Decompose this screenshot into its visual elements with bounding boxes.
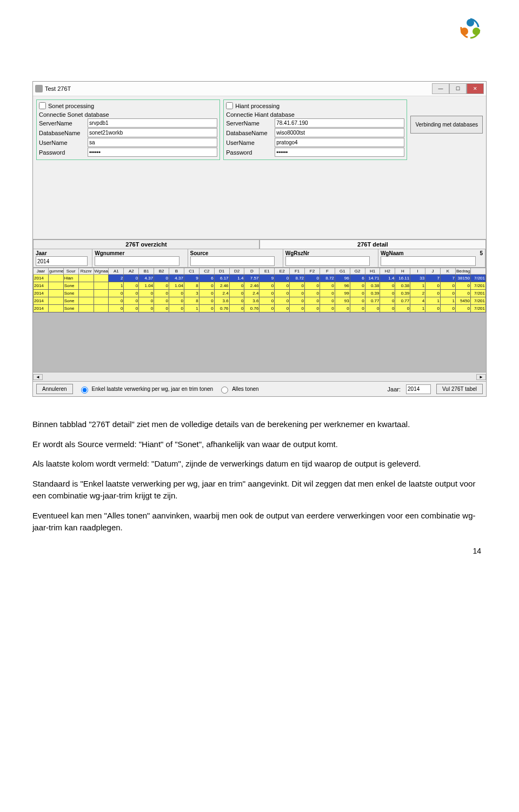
table-row[interactable]: 2014Sone101.0401.04802.4602.46000009600.…	[34, 282, 486, 290]
table-cell: 6.17	[214, 275, 229, 282]
table-cell: 6	[199, 275, 214, 282]
sonet-processing-checkbox[interactable]	[39, 102, 46, 109]
tab-overzicht[interactable]: 276T overzicht	[33, 239, 260, 249]
table-cell: 7.57	[244, 275, 260, 282]
filter-jaar-input[interactable]	[36, 256, 88, 266]
table-cell: 8.72	[320, 275, 335, 282]
explain-p3: Als laatste kolom wordt vermeld: "Datum"…	[32, 458, 487, 470]
footer-jaar-input[interactable]	[406, 384, 431, 394]
table-cell: 0	[320, 297, 335, 305]
scroll-left-arrow[interactable]: ◄	[33, 374, 43, 380]
grid-header-cell: F	[320, 268, 335, 275]
table-cell: 0	[305, 275, 320, 282]
explanation-text: Binnen tabblad "276T detail" ziet men de…	[32, 418, 487, 534]
table-cell: 7/201	[470, 282, 485, 290]
grid-header-cell: I	[410, 268, 425, 275]
enkel-radio[interactable]: Enkel laatste verwerking per wg, jaar en…	[78, 385, 214, 394]
sonet-user-label: UserName	[39, 139, 88, 146]
filter-count: 5	[480, 250, 483, 256]
table-cell: 9	[184, 275, 199, 282]
alles-radio[interactable]: Alles tonen	[218, 385, 258, 394]
sonet-server-input[interactable]	[88, 118, 217, 128]
table-cell: 1	[109, 282, 124, 290]
table-cell: 4.37	[169, 275, 184, 282]
explain-p4: Standaard is "Enkel laatste verwerking p…	[32, 478, 487, 502]
table-cell: 0	[305, 282, 320, 290]
filter-wgnummer-input[interactable]	[95, 256, 179, 266]
scroll-right-arrow[interactable]: ►	[476, 374, 486, 380]
table-cell: 33	[410, 275, 425, 282]
sonet-pass-input[interactable]	[88, 148, 217, 157]
table-cell: 0	[154, 290, 169, 297]
table-cell: 96	[335, 282, 350, 290]
table-cell: 2	[109, 275, 124, 282]
empty-area	[33, 163, 486, 239]
hiant-server-label: ServerName	[226, 120, 275, 127]
maximize-button[interactable]: ☐	[449, 83, 467, 94]
filter-source-input[interactable]	[190, 256, 275, 266]
horizontal-scrollbar[interactable]: ◄ ►	[33, 372, 486, 381]
table-cell	[78, 297, 94, 305]
verbinding-button[interactable]: Verbinding met databases	[410, 116, 483, 134]
filter-wgnaam-label: WgNaam	[381, 250, 404, 256]
table-cell: Sone	[63, 290, 78, 297]
table-cell: 0	[350, 297, 365, 305]
table-cell: 0.38	[365, 282, 380, 290]
table-cell: 8	[184, 282, 199, 290]
filter-wgnaam-input[interactable]	[381, 256, 476, 266]
table-cell: 0	[275, 305, 290, 312]
table-cell: 1.04	[169, 282, 184, 290]
minimize-button[interactable]: —	[432, 83, 449, 94]
sonet-user-input[interactable]	[88, 138, 217, 147]
hiant-processing-label: Hiant processing	[235, 103, 280, 109]
hiant-server-input[interactable]	[275, 118, 404, 128]
table-cell: 2	[410, 290, 425, 297]
table-row[interactable]: 2014Sone00000803.603.6000009300.7700.774…	[34, 297, 486, 305]
close-button[interactable]: ✕	[467, 83, 484, 94]
table-cell: 0	[455, 290, 470, 297]
footer-jaar-label: Jaar:	[388, 386, 401, 392]
table-row[interactable]: 2014Sone00000302.402.4000009900.3900.392…	[34, 290, 486, 297]
grid-header-cell: G2	[350, 268, 365, 275]
annuleren-button[interactable]: Annuleren	[36, 384, 73, 394]
grid-header-cell: H2	[380, 268, 395, 275]
data-grid[interactable]: JaargummerSourRsznrWgnaamA1A2B1B2BC1C2D1…	[33, 268, 486, 312]
hiant-pass-input[interactable]	[275, 148, 404, 157]
table-cell	[78, 282, 94, 290]
table-cell: 0	[275, 290, 290, 297]
table-cell: 0	[320, 305, 335, 312]
grid-header-cell: gummer	[48, 268, 63, 275]
table-cell: 0	[455, 282, 470, 290]
table-cell: 0	[260, 282, 275, 290]
table-row[interactable]: 2014Hian204.3704.37966.171.47.57908.7208…	[34, 275, 486, 282]
table-cell: 4	[410, 297, 425, 305]
vul-button[interactable]: Vul 276T tabel	[436, 384, 483, 394]
grid-header-cell: H	[395, 268, 410, 275]
table-cell: 0	[395, 305, 410, 312]
table-cell: Hian	[63, 275, 78, 282]
table-cell: 1	[425, 297, 441, 305]
table-cell	[78, 290, 94, 297]
table-cell: 0	[169, 305, 184, 312]
sonet-db-input[interactable]	[88, 128, 217, 137]
table-cell	[94, 297, 109, 305]
table-cell: 1.4	[380, 275, 395, 282]
explain-p1: Binnen tabblad "276T detail" ziet men de…	[32, 418, 487, 431]
tab-detail[interactable]: 276T detail	[260, 239, 486, 249]
grid-header-cell: F1	[290, 268, 305, 275]
table-cell: 0.77	[395, 297, 410, 305]
table-cell: 3	[184, 290, 199, 297]
grid-header-cell: B	[169, 268, 184, 275]
table-row[interactable]: 2014Sone00000100.7600.76000000000010007/…	[34, 305, 486, 312]
table-cell: 0	[109, 290, 124, 297]
filter-wgrsznr-input[interactable]	[285, 256, 370, 266]
table-cell: 16.11	[395, 275, 410, 282]
table-cell: 0	[229, 282, 244, 290]
table-cell: 1.04	[139, 282, 154, 290]
table-cell: 7	[441, 275, 456, 282]
hiant-processing-checkbox[interactable]	[226, 102, 233, 109]
grid-empty-area	[33, 312, 486, 372]
table-cell: Sone	[63, 297, 78, 305]
hiant-user-input[interactable]	[275, 138, 404, 147]
hiant-db-input[interactable]	[275, 128, 404, 137]
